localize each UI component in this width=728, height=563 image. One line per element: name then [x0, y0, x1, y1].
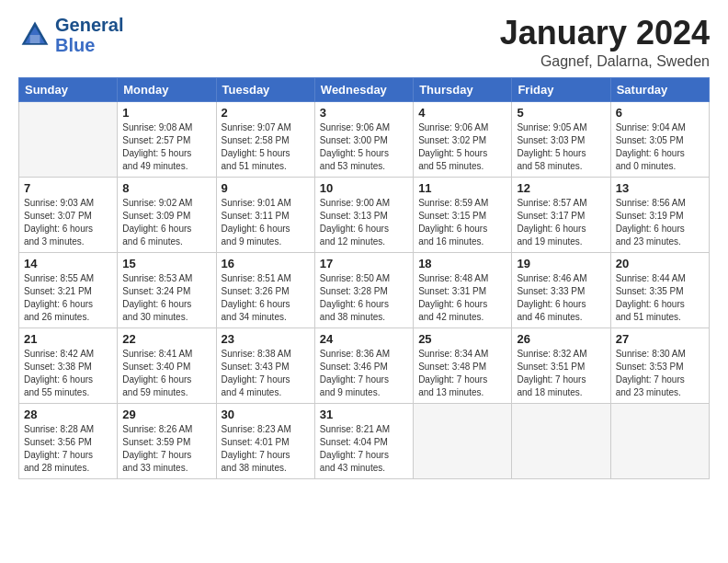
weekday-header-saturday: Saturday	[610, 77, 709, 101]
logo-icon	[18, 18, 51, 52]
calendar-cell: 4Sunrise: 9:06 AM Sunset: 3:02 PM Daylig…	[414, 101, 512, 177]
calendar-table: SundayMondayTuesdayWednesdayThursdayFrid…	[18, 77, 710, 479]
weekday-header-thursday: Thursday	[414, 77, 512, 101]
calendar-cell: 9Sunrise: 9:01 AM Sunset: 3:11 PM Daylig…	[216, 177, 314, 252]
calendar-cell: 21Sunrise: 8:42 AM Sunset: 3:38 PM Dayli…	[19, 327, 118, 403]
calendar-cell	[19, 101, 118, 177]
day-info: Sunrise: 8:30 AM Sunset: 3:53 PM Dayligh…	[616, 348, 704, 399]
day-info: Sunrise: 8:42 AM Sunset: 3:38 PM Dayligh…	[24, 348, 112, 399]
month-title: January 2024	[500, 15, 710, 52]
day-info: Sunrise: 8:55 AM Sunset: 3:21 PM Dayligh…	[24, 272, 112, 324]
day-number: 3	[320, 106, 408, 120]
weekday-header-row: SundayMondayTuesdayWednesdayThursdayFrid…	[19, 77, 710, 101]
calendar-cell: 15Sunrise: 8:53 AM Sunset: 3:24 PM Dayli…	[118, 252, 216, 327]
day-info: Sunrise: 8:21 AM Sunset: 4:04 PM Dayligh…	[320, 423, 408, 475]
day-info: Sunrise: 8:41 AM Sunset: 3:40 PM Dayligh…	[122, 348, 210, 399]
calendar-cell: 20Sunrise: 8:44 AM Sunset: 3:35 PM Dayli…	[610, 252, 709, 327]
calendar-cell: 30Sunrise: 8:23 AM Sunset: 4:01 PM Dayli…	[216, 403, 314, 478]
day-number: 18	[418, 257, 506, 270]
day-info: Sunrise: 8:56 AM Sunset: 3:19 PM Dayligh…	[616, 197, 704, 248]
calendar-cell: 10Sunrise: 9:00 AM Sunset: 3:13 PM Dayli…	[314, 177, 413, 252]
week-row-3: 21Sunrise: 8:42 AM Sunset: 3:38 PM Dayli…	[19, 327, 710, 403]
calendar-cell	[610, 403, 709, 478]
calendar-cell: 5Sunrise: 9:05 AM Sunset: 3:03 PM Daylig…	[512, 101, 610, 177]
day-number: 13	[616, 181, 704, 195]
title-block: January 2024 Gagnef, Dalarna, Sweden	[500, 15, 710, 70]
day-number: 6	[616, 106, 704, 120]
weekday-header-tuesday: Tuesday	[216, 77, 314, 101]
day-number: 31	[320, 408, 408, 421]
day-info: Sunrise: 8:32 AM Sunset: 3:51 PM Dayligh…	[517, 348, 605, 399]
calendar-cell: 31Sunrise: 8:21 AM Sunset: 4:04 PM Dayli…	[314, 403, 413, 478]
day-info: Sunrise: 9:08 AM Sunset: 2:57 PM Dayligh…	[122, 121, 210, 173]
day-number: 25	[418, 332, 506, 346]
day-info: Sunrise: 8:50 AM Sunset: 3:28 PM Dayligh…	[320, 272, 408, 324]
day-number: 4	[418, 106, 506, 120]
day-number: 24	[320, 332, 408, 346]
day-info: Sunrise: 8:51 AM Sunset: 3:26 PM Dayligh…	[222, 272, 310, 324]
calendar-cell: 11Sunrise: 8:59 AM Sunset: 3:15 PM Dayli…	[414, 177, 512, 252]
day-info: Sunrise: 8:26 AM Sunset: 3:59 PM Dayligh…	[122, 423, 210, 475]
day-number: 9	[222, 181, 310, 195]
day-info: Sunrise: 8:46 AM Sunset: 3:33 PM Dayligh…	[517, 272, 605, 324]
day-info: Sunrise: 9:03 AM Sunset: 3:07 PM Dayligh…	[24, 197, 112, 248]
day-number: 29	[122, 408, 210, 421]
calendar-cell: 26Sunrise: 8:32 AM Sunset: 3:51 PM Dayli…	[512, 327, 610, 403]
calendar-cell: 28Sunrise: 8:28 AM Sunset: 3:56 PM Dayli…	[19, 403, 118, 478]
day-info: Sunrise: 9:00 AM Sunset: 3:13 PM Dayligh…	[320, 197, 408, 248]
day-number: 19	[517, 257, 605, 270]
day-info: Sunrise: 9:02 AM Sunset: 3:09 PM Dayligh…	[122, 197, 210, 248]
day-number: 12	[517, 181, 605, 195]
day-number: 1	[122, 106, 210, 120]
calendar-cell: 14Sunrise: 8:55 AM Sunset: 3:21 PM Dayli…	[19, 252, 118, 327]
day-number: 27	[616, 332, 704, 346]
weekday-header-monday: Monday	[118, 77, 216, 101]
day-info: Sunrise: 9:04 AM Sunset: 3:05 PM Dayligh…	[616, 121, 704, 173]
logo: General Blue	[18, 15, 123, 55]
calendar-cell: 23Sunrise: 8:38 AM Sunset: 3:43 PM Dayli…	[216, 327, 314, 403]
logo-blue: Blue	[55, 35, 123, 55]
day-info: Sunrise: 8:53 AM Sunset: 3:24 PM Dayligh…	[122, 272, 210, 324]
calendar-cell	[512, 403, 610, 478]
day-info: Sunrise: 8:23 AM Sunset: 4:01 PM Dayligh…	[222, 423, 310, 475]
day-number: 10	[320, 181, 408, 195]
week-row-4: 28Sunrise: 8:28 AM Sunset: 3:56 PM Dayli…	[19, 403, 710, 478]
day-number: 11	[418, 181, 506, 195]
calendar-cell: 22Sunrise: 8:41 AM Sunset: 3:40 PM Dayli…	[118, 327, 216, 403]
calendar-cell: 12Sunrise: 8:57 AM Sunset: 3:17 PM Dayli…	[512, 177, 610, 252]
day-number: 22	[122, 332, 210, 346]
calendar-cell	[414, 403, 512, 478]
day-info: Sunrise: 9:07 AM Sunset: 2:58 PM Dayligh…	[222, 121, 310, 173]
day-info: Sunrise: 9:06 AM Sunset: 3:00 PM Dayligh…	[320, 121, 408, 173]
calendar-cell: 18Sunrise: 8:48 AM Sunset: 3:31 PM Dayli…	[414, 252, 512, 327]
day-number: 5	[517, 106, 605, 120]
calendar-cell: 2Sunrise: 9:07 AM Sunset: 2:58 PM Daylig…	[216, 101, 314, 177]
calendar-cell: 17Sunrise: 8:50 AM Sunset: 3:28 PM Dayli…	[314, 252, 413, 327]
day-info: Sunrise: 8:48 AM Sunset: 3:31 PM Dayligh…	[418, 272, 506, 324]
day-info: Sunrise: 9:05 AM Sunset: 3:03 PM Dayligh…	[517, 121, 605, 173]
day-info: Sunrise: 8:34 AM Sunset: 3:48 PM Dayligh…	[418, 348, 506, 399]
weekday-header-friday: Friday	[512, 77, 610, 101]
calendar-cell: 13Sunrise: 8:56 AM Sunset: 3:19 PM Dayli…	[610, 177, 709, 252]
week-row-0: 1Sunrise: 9:08 AM Sunset: 2:57 PM Daylig…	[19, 101, 710, 177]
calendar-cell: 1Sunrise: 9:08 AM Sunset: 2:57 PM Daylig…	[118, 101, 216, 177]
calendar-cell: 19Sunrise: 8:46 AM Sunset: 3:33 PM Dayli…	[512, 252, 610, 327]
day-info: Sunrise: 8:57 AM Sunset: 3:17 PM Dayligh…	[517, 197, 605, 248]
day-info: Sunrise: 9:06 AM Sunset: 3:02 PM Dayligh…	[418, 121, 506, 173]
week-row-2: 14Sunrise: 8:55 AM Sunset: 3:21 PM Dayli…	[19, 252, 710, 327]
logo-general: General	[55, 15, 123, 35]
day-number: 2	[222, 106, 310, 120]
calendar-cell: 3Sunrise: 9:06 AM Sunset: 3:00 PM Daylig…	[314, 101, 413, 177]
calendar-cell: 25Sunrise: 8:34 AM Sunset: 3:48 PM Dayli…	[414, 327, 512, 403]
day-number: 21	[24, 332, 112, 346]
page: General Blue January 2024 Gagnef, Dalarn…	[0, 0, 728, 488]
day-number: 23	[222, 332, 310, 346]
day-info: Sunrise: 8:28 AM Sunset: 3:56 PM Dayligh…	[24, 423, 112, 475]
day-info: Sunrise: 8:44 AM Sunset: 3:35 PM Dayligh…	[616, 272, 704, 324]
calendar-cell: 24Sunrise: 8:36 AM Sunset: 3:46 PM Dayli…	[314, 327, 413, 403]
day-number: 17	[320, 257, 408, 270]
calendar-cell: 16Sunrise: 8:51 AM Sunset: 3:26 PM Dayli…	[216, 252, 314, 327]
day-info: Sunrise: 9:01 AM Sunset: 3:11 PM Dayligh…	[222, 197, 310, 248]
day-number: 14	[24, 257, 112, 270]
header: General Blue January 2024 Gagnef, Dalarn…	[18, 15, 710, 70]
